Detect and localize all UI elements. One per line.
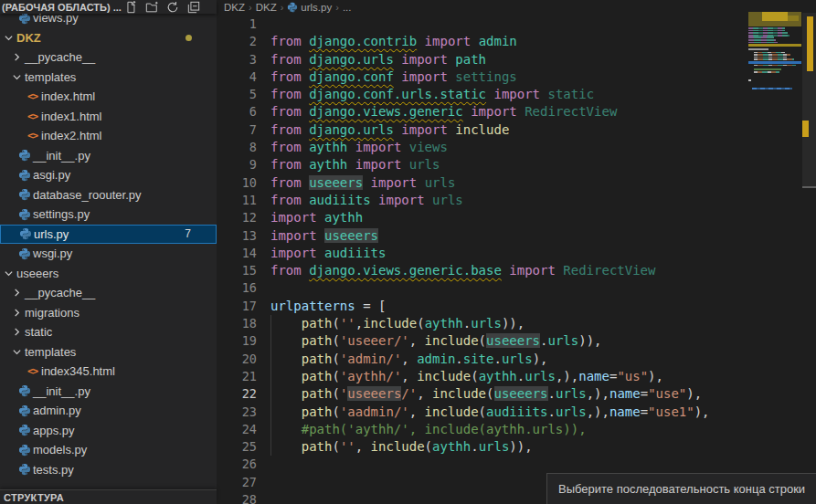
code-line-9[interactable]: 9from aythh import urls (217, 156, 816, 173)
tree-item--init-py[interactable]: __init__.py (0, 146, 217, 166)
new-file-icon[interactable] (124, 1, 137, 14)
line-number: 26 (217, 456, 257, 473)
code-line-5[interactable]: 5from django.conf.urls.static import sta… (217, 86, 816, 103)
code-area[interactable]: 12from django.contrib import admin3from … (217, 16, 816, 504)
minimap-code-line (752, 88, 792, 89)
tree-item-index2-html[interactable]: <>index2.html (0, 126, 217, 146)
new-folder-button[interactable] (145, 1, 158, 14)
code-line-23[interactable]: 23 path('aadmin/', include(audiiits.urls… (217, 404, 816, 421)
code-line-12[interactable]: 12import aythh (217, 209, 816, 226)
code-line-24[interactable]: 24 #path('aythh/', include(aythh.urls)), (217, 421, 816, 438)
collapse-all-icon[interactable] (187, 1, 200, 14)
tree-item-templates[interactable]: templates (0, 342, 217, 362)
tree-item-migrations[interactable]: migrations (0, 303, 217, 323)
outline-section-header[interactable]: СТРУКТУРА (0, 489, 217, 504)
code-line-11[interactable]: 11from audiiits import urls (217, 192, 816, 209)
line-number: 18 (217, 315, 257, 332)
new-folder-icon[interactable] (145, 1, 158, 14)
editor-pane[interactable]: DKZ›DKZ›urls.py›... 12from django.contri… (217, 0, 816, 504)
code-line-20[interactable]: 20 path('admin/', admin.site.urls), (217, 351, 816, 368)
tree-item--pycache-[interactable]: __pycache__ (0, 283, 217, 303)
code-line-19[interactable]: 19 path('useeer/', include(useeers.urls)… (217, 332, 816, 350)
code-line-22[interactable]: 22 path('useeers/', include(useeers.urls… (217, 385, 816, 403)
code-line-17[interactable]: 17urlpatterns = [ (217, 298, 816, 315)
line-number: 17 (217, 298, 257, 315)
outline-title: СТРУКТУРА (0, 492, 64, 503)
tree-item-label: wsgi.py (33, 247, 72, 260)
scrollbar[interactable] (802, 0, 816, 504)
tree-item-label: migrations (25, 306, 79, 320)
tree-item-label: index2.html (41, 129, 101, 142)
tree-item-DKZ[interactable]: DKZ (0, 28, 217, 48)
python-icon (18, 188, 31, 201)
tree-item-settings-py[interactable]: settings.py (0, 205, 217, 225)
code-text: path('', include(aythh.urls)), (270, 438, 533, 456)
code-line-16[interactable]: 16 (217, 279, 816, 297)
refresh-button[interactable] (166, 1, 179, 14)
code-text: from aythh import views (270, 139, 448, 156)
tree-item-label: DKZ (16, 31, 41, 45)
tree-item-index-html[interactable]: <>index.html (0, 87, 217, 107)
tree-item-useeers[interactable]: useeers (0, 264, 217, 284)
chevron-right-icon[interactable] (12, 52, 22, 62)
tree-item-wsgi-py[interactable]: wsgi.py (0, 244, 217, 264)
breadcrumb-item-urls-py[interactable]: urls.py (287, 2, 332, 13)
line-number: 22 (217, 385, 257, 403)
code-line-13[interactable]: 13import useeers (217, 227, 816, 245)
code-text: path('useeers/', include(useeers.urls,),… (270, 385, 702, 403)
tree-item-label: templates (25, 345, 76, 359)
breadcrumb-item-DKZ[interactable]: DKZ (256, 2, 277, 13)
collapse-all-button[interactable] (187, 1, 200, 14)
tree-item-static[interactable]: static (0, 322, 217, 342)
code-line-18[interactable]: 18 path('',include(aythh.urls)), (217, 315, 816, 332)
breadcrumb-item--[interactable]: ... (343, 2, 352, 13)
chevron-right-icon[interactable] (12, 308, 22, 318)
code-line-7[interactable]: 7from django.urls import include (217, 121, 816, 139)
minimap[interactable] (748, 12, 801, 112)
line-number: 11 (217, 192, 257, 209)
tree-item-database-roouter-py[interactable]: database_roouter.py (0, 185, 217, 205)
refresh-icon[interactable] (166, 1, 179, 14)
python-icon (18, 424, 31, 436)
code-line-8[interactable]: 8from aythh import views (217, 139, 816, 156)
line-number: 15 (217, 262, 257, 279)
code-line-15[interactable]: 15from django.views.generic.base import … (217, 262, 816, 279)
python-icon (19, 227, 32, 240)
tree-item-tests-py[interactable]: tests.py (0, 460, 217, 480)
tree-item--pycache-[interactable]: __pycache__ (0, 47, 217, 68)
explorer-section-header[interactable]: (РАБОЧАЯ ОБЛАСТЬ) ... (0, 0, 217, 14)
tree-item-label: apps.py (33, 424, 75, 437)
chevron-down-icon[interactable] (12, 347, 22, 357)
tree-item-index1-html[interactable]: <>index1.html (0, 107, 217, 127)
new-file-button[interactable] (124, 1, 137, 14)
tree-item--init-py[interactable]: __init__.py (0, 382, 217, 402)
chevron-down-icon[interactable] (12, 72, 22, 82)
breadcrumb-item-DKZ[interactable]: DKZ (224, 2, 245, 13)
chevron-right-icon[interactable] (12, 327, 22, 337)
chevron-right-icon[interactable] (12, 288, 22, 298)
tree-item-admin-py[interactable]: admin.py (0, 401, 217, 421)
tree-item-apps-py[interactable]: apps.py (0, 421, 217, 441)
code-line-14[interactable]: 14import audiiits (217, 245, 816, 262)
code-line-25[interactable]: 25 path('', include(aythh.urls)), (217, 438, 816, 456)
line-number: 19 (217, 332, 257, 350)
tree-item-index345-html[interactable]: <>index345.html (0, 362, 217, 382)
tree-item-models-py[interactable]: models.py (0, 440, 217, 460)
code-line-2[interactable]: 2from django.contrib import admin (217, 33, 816, 50)
code-line-4[interactable]: 4from django.conf import settings (217, 68, 816, 86)
code-line-26[interactable]: 26 (217, 456, 816, 473)
code-line-6[interactable]: 6from django.views.generic import Redire… (217, 103, 816, 121)
tree-item-asgi-py[interactable]: asgi.py (0, 165, 217, 185)
minimap-code-line (748, 32, 788, 34)
minimap-code-line (754, 71, 779, 73)
code-line-21[interactable]: 21 path('aythh/', include(aythh.urls,),n… (217, 368, 816, 385)
tree-item-urls-py[interactable]: urls.py7 (0, 225, 217, 245)
code-text: path('aythh/', include(aythh.urls,),name… (270, 368, 663, 385)
code-line-1[interactable]: 1 (217, 16, 816, 33)
code-line-3[interactable]: 3from django.urls import path (217, 51, 816, 68)
tree-item-templates[interactable]: templates (0, 68, 217, 88)
code-line-10[interactable]: 10from useeers import urls (217, 174, 816, 192)
chevron-down-icon[interactable] (4, 268, 14, 278)
chevron-down-icon[interactable] (4, 33, 14, 43)
html-icon: <> (27, 130, 37, 142)
